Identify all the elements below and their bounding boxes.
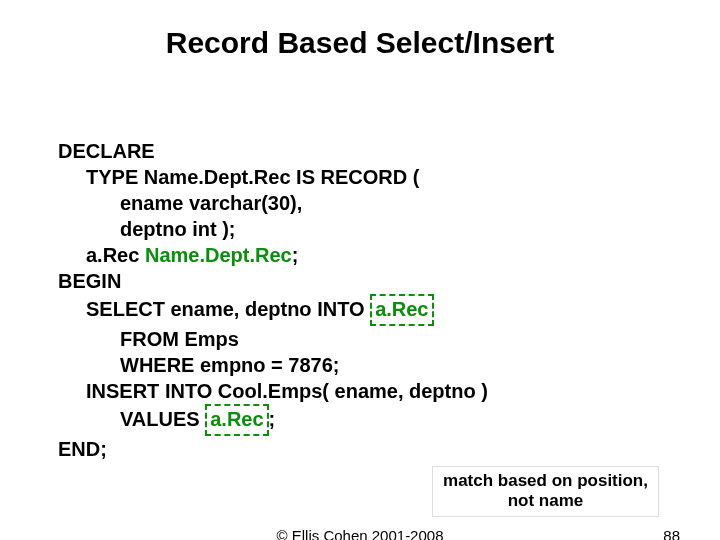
slide: Record Based Select/Insert DECLARE TYPE … <box>0 26 720 540</box>
callout-note: match based on position, not name <box>432 466 659 517</box>
insert-pre: VALUES <box>120 408 205 430</box>
copyright-footer: © Ellis Cohen 2001-2008 <box>0 527 720 540</box>
select-line2: FROM Emps <box>120 326 678 352</box>
code-block: DECLARE TYPE Name.Dept.Rec IS RECORD ( e… <box>58 138 678 462</box>
select-rec-box: a.Rec <box>370 294 433 326</box>
kw-end: END; <box>58 436 678 462</box>
type-def-open: TYPE Name.Dept.Rec IS RECORD ( <box>86 166 419 188</box>
insert-line1: INSERT INTO Cool.Emps( ename, deptno ) <box>86 378 678 404</box>
select-line1: SELECT ename, deptno INTO a.Rec <box>86 294 678 326</box>
insert-rec-box: a.Rec <box>205 404 268 436</box>
insert-line2: VALUES a.Rec; <box>120 404 678 436</box>
insert-rec: a.Rec <box>210 408 263 430</box>
page-number: 88 <box>663 527 680 540</box>
type-field-1: ename varchar(30), <box>120 190 678 216</box>
insert-semi: ; <box>269 408 276 430</box>
select-line3: WHERE empno = 7876; <box>120 352 678 378</box>
select-pre: SELECT ename, deptno INTO <box>86 298 370 320</box>
slide-title: Record Based Select/Insert <box>0 26 720 60</box>
select-rec: a.Rec <box>375 298 428 320</box>
rec-decl-var: a.Rec <box>86 244 145 266</box>
rec-decl-type: Name.Dept.Rec <box>145 244 292 266</box>
type-field-2: deptno int ); <box>120 216 678 242</box>
kw-declare: DECLARE <box>58 138 678 164</box>
rec-decl: a.Rec Name.Dept.Rec; <box>86 242 678 268</box>
type-def-line1: TYPE Name.Dept.Rec IS RECORD ( <box>86 164 678 190</box>
kw-begin: BEGIN <box>58 268 678 294</box>
rec-decl-semi: ; <box>292 244 299 266</box>
